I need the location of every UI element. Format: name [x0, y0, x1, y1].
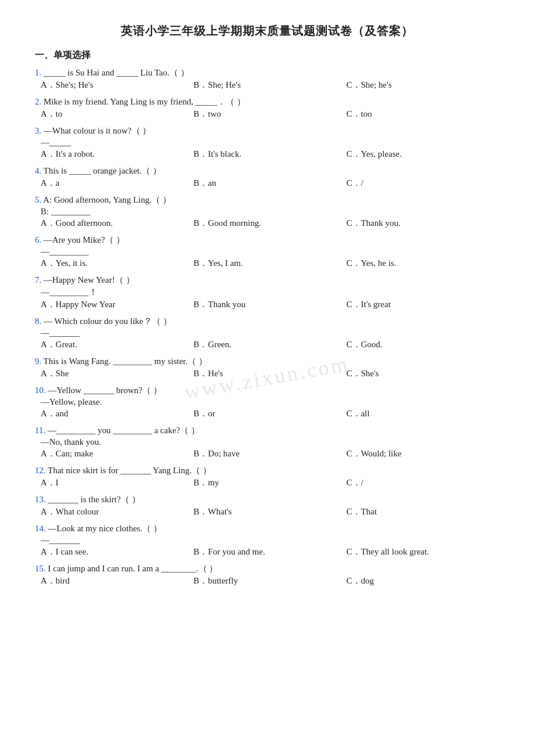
options-row: A．IB．myC．/ [41, 477, 499, 488]
stem-text: _____ is Su Hai and _____ Liu Tao.（ ） [44, 68, 189, 77]
stem-text: Mike is my friend. Yang Ling is my frien… [44, 97, 246, 106]
option-b: B．Do; have [193, 448, 346, 459]
stem-text: _______ is the skirt?（ ） [48, 495, 140, 504]
question-stem: 15. I can jump and I can run. I am a ___… [35, 563, 499, 574]
option-a: A．bird [41, 575, 193, 586]
option-c: C．Yes, please. [347, 149, 499, 160]
option-a: A．I [41, 477, 193, 488]
option-a: A．She's; He's [41, 80, 193, 91]
question-block: 5. A: Good afternoon, Yang Ling.（ ）B: __… [35, 195, 499, 229]
stem-text: A: Good afternoon, Yang Ling.（ ） [43, 195, 171, 204]
answer-line: —_______ [41, 328, 499, 338]
option-a: A．What colour [41, 506, 193, 517]
question-block: 3. —What colour is it now?（ ）—_____A．It'… [35, 125, 499, 160]
question-block: 13. _______ is the skirt?（ ）A．What colou… [35, 494, 499, 517]
options-row: A．Happy New YearB．Thank youC．It's great [41, 299, 499, 310]
question-block: 11. —_________ you _________ a cake?（ ）—… [35, 425, 499, 459]
option-c: C．She; he's [347, 80, 499, 91]
options-row: A．SheB．He'sC．She's [41, 368, 499, 379]
question-num: 14. [35, 524, 48, 533]
option-a: A．Good afternoon. [41, 218, 193, 229]
question-block: 8. — Which colour do you like？（ ）—______… [35, 316, 499, 350]
option-a: A．to [41, 109, 193, 120]
question-block: 7. —Happy New Year!（ ）—_________！A．Happy… [35, 275, 499, 310]
question-block: 15. I can jump and I can run. I am a ___… [35, 563, 499, 586]
options-row: A．I can see.B．For you and me.C．They all … [41, 546, 499, 557]
question-stem: 11. —_________ you _________ a cake?（ ） [35, 425, 499, 436]
options-row: A．It's a robot.B．It's black.C．Yes, pleas… [41, 149, 499, 160]
question-num: 1. [35, 68, 44, 77]
question-stem: 7. —Happy New Year!（ ） [35, 275, 499, 286]
question-block: 6. —Are you Mike?（ ）—_________A．Yes, it … [35, 235, 499, 269]
question-num: 10. [35, 386, 48, 395]
question-num: 3. [35, 126, 44, 135]
option-b: B．Good morning. [193, 218, 346, 229]
question-stem: 8. — Which colour do you like？（ ） [35, 316, 499, 327]
options-row: A．Can; makeB．Do; haveC．Would; like [41, 448, 499, 459]
option-c: C．too [347, 109, 499, 120]
question-stem: 10. —Yellow _______ brown?（ ） [35, 385, 499, 396]
option-b: B．butterfly [193, 575, 346, 586]
answer-line: —_______ [41, 535, 499, 545]
question-num: 2. [35, 97, 44, 106]
question-num: 11. [35, 426, 48, 435]
options-row: A．Good afternoon.B．Good morning.C．Thank … [41, 218, 499, 229]
question-stem: 14. —Look at my nice clothes.（ ） [35, 523, 499, 534]
option-a: A．Happy New Year [41, 299, 193, 310]
option-a: A．Yes, it is. [41, 258, 193, 269]
question-stem: 6. —Are you Mike?（ ） [35, 235, 499, 246]
option-b: B．She; He's [193, 80, 346, 91]
option-a: A．Great. [41, 339, 193, 350]
question-num: 6. [35, 235, 44, 244]
stem-text: —Yellow _______ brown?（ ） [48, 386, 162, 395]
stem-text: That nice skirt is for _______ Yang Ling… [48, 466, 211, 475]
option-a: A．It's a robot. [41, 149, 193, 160]
question-stem: 4. This is _____ orange jacket.（ ） [35, 165, 499, 177]
stem-text: —_________ you _________ a cake?（ ） [48, 426, 200, 435]
question-stem: 1. _____ is Su Hai and _____ Liu Tao.（ ） [35, 67, 499, 78]
option-b: B．It's black. [193, 149, 346, 160]
option-c: C．Would; like [347, 448, 499, 459]
option-c: C．Yes, he is. [347, 258, 499, 269]
question-stem: 2. Mike is my friend. Yang Ling is my fr… [35, 96, 499, 107]
questions-container: 1. _____ is Su Hai and _____ Liu Tao.（ ）… [35, 67, 499, 586]
answer-line: —No, thank you. [41, 437, 499, 447]
question-num: 13. [35, 495, 48, 504]
section-title: 一、单项选择 [35, 49, 499, 62]
question-stem: 5. A: Good afternoon, Yang Ling.（ ） [35, 195, 499, 206]
question-block: 9. This is Wang Fang. _________ my siste… [35, 356, 499, 379]
page-title: 英语小学三年级上学期期末质量试题测试卷（及答案） [35, 23, 499, 39]
answer-line: B: _________ [41, 207, 499, 217]
question-num: 8. [35, 316, 44, 326]
question-num: 7. [35, 275, 44, 285]
question-num: 12. [35, 466, 48, 475]
option-b: B．Green. [193, 339, 346, 350]
stem-text: —Are you Mike?（ ） [44, 235, 125, 244]
options-row: A．She's; He'sB．She; He'sC．She; he's [41, 80, 499, 91]
option-b: B．He's [193, 368, 346, 379]
option-a: A．Can; make [41, 448, 193, 459]
option-b: B．two [193, 109, 346, 120]
stem-text: — Which colour do you like？（ ） [44, 316, 172, 326]
question-num: 5. [35, 195, 43, 204]
question-block: 1. _____ is Su Hai and _____ Liu Tao.（ ）… [35, 67, 499, 91]
question-block: 10. —Yellow _______ brown?（ ）—Yellow, pl… [35, 385, 499, 419]
option-b: B．Yes, I am. [193, 258, 346, 269]
option-c: C．Good. [347, 339, 499, 350]
option-c: C．/ [347, 178, 499, 189]
answer-line: —_________！ [41, 287, 499, 298]
option-b: B．an [193, 178, 346, 189]
option-c: C．That [347, 506, 499, 517]
stem-text: This is _____ orange jacket.（ ） [44, 166, 161, 175]
question-block: 4. This is _____ orange jacket.（ ）A．aB．a… [35, 165, 499, 189]
question-num: 4. [35, 166, 44, 175]
option-c: C．She's [347, 368, 499, 379]
question-block: 2. Mike is my friend. Yang Ling is my fr… [35, 96, 499, 120]
stem-text: This is Wang Fang. _________ my sister.（… [44, 357, 207, 366]
question-num: 15. [35, 564, 48, 573]
option-b: B．or [193, 408, 346, 419]
options-row: A．Great.B．Green.C．Good. [41, 339, 499, 350]
options-row: A．andB．orC．all [41, 408, 499, 419]
question-stem: 3. —What colour is it now?（ ） [35, 125, 499, 136]
question-num: 9. [35, 357, 44, 366]
